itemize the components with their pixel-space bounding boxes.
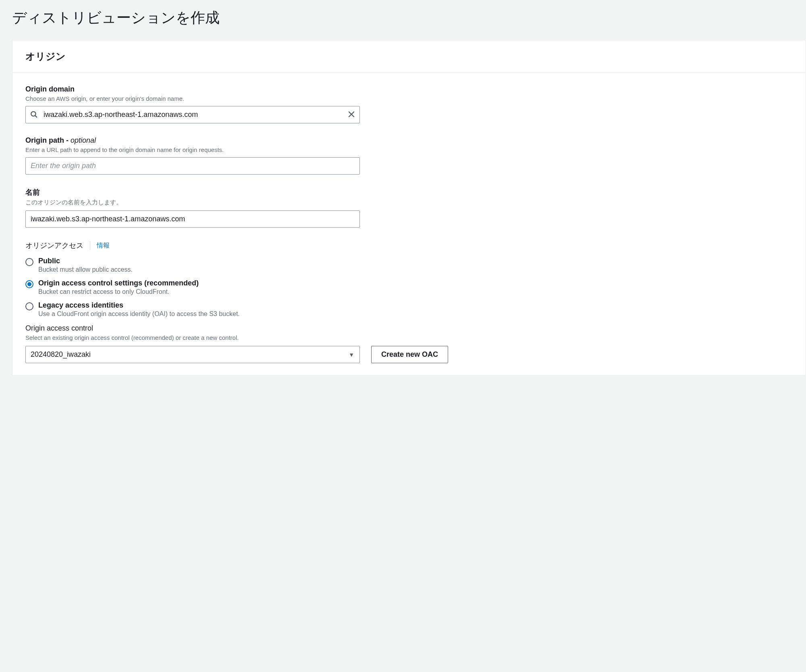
name-hint: このオリジンの名前を入力します。 bbox=[25, 199, 793, 206]
origin-access-radio-group: Public Bucket must allow public access. … bbox=[25, 257, 793, 318]
origin-access-group: オリジンアクセス 情報 Public Bucket must allow pub… bbox=[25, 241, 793, 363]
name-group: 名前 このオリジンの名前を入力します。 bbox=[25, 187, 793, 228]
radio-desc-oac: Bucket can restrict access to only Cloud… bbox=[38, 288, 793, 295]
origin-path-label: Origin path - optional bbox=[25, 136, 793, 145]
origin-path-hint: Enter a URL path to append to the origin… bbox=[25, 146, 793, 153]
origin-path-label-text: Origin path - bbox=[25, 136, 71, 144]
radio-label-oac: Origin access control settings (recommen… bbox=[38, 279, 793, 287]
oac-subgroup: Origin access control Select an existing… bbox=[25, 324, 793, 341]
origin-domain-label: Origin domain bbox=[25, 85, 793, 94]
clear-icon[interactable] bbox=[348, 110, 355, 119]
radio-option-legacy[interactable]: Legacy access identities Use a CloudFron… bbox=[25, 301, 793, 318]
radio-desc-legacy: Use a CloudFront origin access identity … bbox=[38, 310, 793, 318]
info-link[interactable]: 情報 bbox=[97, 241, 110, 250]
name-input[interactable] bbox=[25, 210, 360, 228]
oac-select-wrapper: 20240820_iwazaki ▼ bbox=[25, 346, 360, 363]
origin-path-optional: optional bbox=[71, 136, 96, 144]
radio-label-public: Public bbox=[38, 257, 793, 265]
radio-content: Public Bucket must allow public access. bbox=[38, 257, 793, 273]
origin-domain-group: Origin domain Choose an AWS origin, or e… bbox=[25, 85, 793, 123]
create-new-oac-button[interactable]: Create new OAC bbox=[371, 346, 448, 363]
origin-domain-input-wrapper bbox=[25, 106, 360, 123]
origin-access-title: オリジンアクセス bbox=[25, 241, 83, 250]
origin-path-group: Origin path - optional Enter a URL path … bbox=[25, 136, 793, 175]
origin-panel: オリジン Origin domain Choose an AWS origin,… bbox=[12, 40, 806, 376]
oac-row: 20240820_iwazaki ▼ Create new OAC bbox=[25, 346, 793, 363]
radio-option-public[interactable]: Public Bucket must allow public access. bbox=[25, 257, 793, 273]
panel-header-text: オリジン bbox=[25, 50, 793, 63]
radio-content: Legacy access identities Use a CloudFron… bbox=[38, 301, 793, 318]
origin-domain-hint: Choose an AWS origin, or enter your orig… bbox=[25, 95, 793, 102]
name-label: 名前 bbox=[25, 187, 793, 197]
origin-path-input[interactable] bbox=[25, 157, 360, 175]
radio-label-legacy: Legacy access identities bbox=[38, 301, 793, 310]
radio-circle bbox=[25, 302, 33, 310]
oac-label: Origin access control bbox=[25, 324, 793, 333]
radio-circle bbox=[25, 258, 33, 266]
oac-select[interactable]: 20240820_iwazaki bbox=[25, 346, 360, 363]
panel-body: Origin domain Choose an AWS origin, or e… bbox=[12, 73, 806, 375]
oac-hint: Select an existing origin access control… bbox=[25, 334, 793, 341]
radio-circle bbox=[25, 280, 33, 288]
page-title: ディストリビューションを作成 bbox=[0, 0, 806, 40]
radio-option-oac[interactable]: Origin access control settings (recommen… bbox=[25, 279, 793, 295]
radio-desc-public: Bucket must allow public access. bbox=[38, 266, 793, 273]
radio-content: Origin access control settings (recommen… bbox=[38, 279, 793, 295]
origin-domain-input[interactable] bbox=[25, 106, 360, 123]
divider bbox=[90, 241, 90, 250]
origin-access-title-row: オリジンアクセス 情報 bbox=[25, 241, 793, 250]
panel-header: オリジン bbox=[12, 40, 806, 73]
